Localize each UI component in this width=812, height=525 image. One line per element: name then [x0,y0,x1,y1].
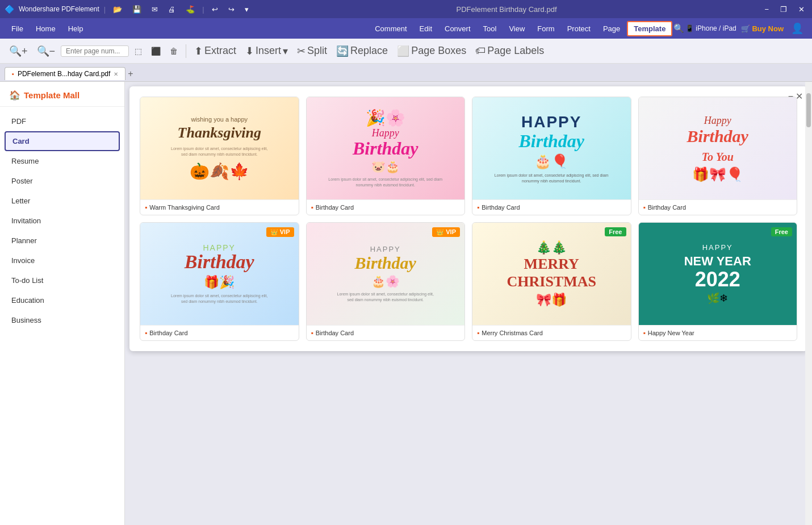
house-icon: 🏠 [9,90,20,101]
menu-page[interactable]: Page [597,22,626,35]
iphone-icon: 📱 [685,24,694,32]
tab-icon: ▪ [12,70,14,77]
free-badge-christmas: Free [605,227,626,236]
window-title: PDFelement Birthday Card.pdf [252,5,762,14]
free-badge-newyear: Free [771,227,792,236]
template-card-newyear[interactable]: Free HAPPY NEW YEAR 2022 🌿❄ ▪ Happy New … [638,222,798,341]
print-btn[interactable]: 🖨 [165,4,178,15]
buy-now-btn[interactable]: 🛒 Buy Now [741,24,784,33]
search-btn[interactable]: 🔍 [673,23,684,34]
pdf-icon-5: ▪ [145,329,147,337]
card-label-birthday-gift: ▪ Birthday Card [639,199,797,215]
sidebar-item-card[interactable]: Card [5,131,120,151]
page-number-input[interactable] [61,45,129,57]
template-card-thanksgiving[interactable]: wishing you a happy Thanksgiving Lorem i… [140,97,299,215]
menu-bar: File Home Help Comment Edit Convert Tool… [0,18,812,39]
pdf-icon: ▪ [145,203,147,211]
menu-tool[interactable]: Tool [478,22,503,35]
tabs-bar: ▪ PDFelement B...hday Card.pdf ✕ + [0,64,812,82]
template-mall-title: Template Mall [24,90,79,100]
replace-btn[interactable]: 🔄 Replace [333,43,391,60]
menu-template[interactable]: Template [627,21,672,36]
main-area: 🏠 Template Mall PDF Card Resume Poster L… [0,82,812,525]
template-card-birthday-gift[interactable]: Happy BirthdayTo You 🎁🎀🎈 ▪ Birthday Card [638,97,798,215]
sidebar-item-letter[interactable]: Letter [0,191,124,211]
sidebar-item-planner[interactable]: Planner [0,231,124,251]
sidebar-item-poster[interactable]: Poster [0,171,124,191]
menu-comment[interactable]: Comment [369,22,412,35]
email-btn[interactable]: ✉ [149,4,161,15]
menu-form[interactable]: Form [531,22,560,35]
restore-btn[interactable]: ❐ [777,4,790,15]
template-card-birthday-vip2[interactable]: 👑 VIP HAPPY Birthday 🎂🌸 Lorem ipsum dolo… [306,222,466,341]
new-tab-btn[interactable]: + [128,69,133,79]
extract-icon: ⬆ [194,45,203,57]
account-btn[interactable]: 👤 [788,21,806,36]
pdf-icon-2: ▪ [311,203,313,211]
bookmark-btn[interactable]: ⛳ [183,4,198,15]
split-btn[interactable]: ✂ Split [294,43,330,60]
extract-btn[interactable]: ⬆ Extract [191,43,240,60]
minimize-btn[interactable]: − [761,4,772,15]
save-btn[interactable]: 💾 [129,4,144,15]
title-bar-right: − ❐ ✕ [761,4,807,15]
iphone-ipad-btn[interactable]: 📱 iPhone / iPad [685,24,736,32]
pdf-icon-3: ▪ [477,203,479,211]
close-btn[interactable]: ✕ [796,4,807,15]
menu-file[interactable]: File [6,22,29,35]
redo-btn[interactable]: ↪ [225,4,237,15]
menu-view[interactable]: View [503,22,530,35]
fit-page-btn[interactable]: ⬚ [131,44,145,58]
template-mall-header: 🏠 Template Mall [0,82,124,107]
menu-home[interactable]: Home [30,22,61,35]
more-btn[interactable]: ▾ [242,4,252,15]
fit-width-btn[interactable]: ⬛ [148,44,164,58]
title-bar-left: 🔷 Wondershare PDFelement | 📂 💾 ✉ 🖨 ⛳ | ↩… [5,4,252,15]
file-manager-btn[interactable]: 📂 [110,4,125,15]
template-card-birthday-pink[interactable]: 🎉🌸 Happy Birthday 🐷🎂 Lorem ipsum dolor s… [306,97,466,215]
sidebar-item-invoice[interactable]: Invoice [0,251,124,270]
card-title-newyear: Happy New Year [648,330,694,336]
sidebar-item-todo[interactable]: To-do List [0,270,124,290]
card-image-birthday-vip1: 👑 VIP HAPPY Birthday 🎁🎉 Lorem ipsum dolo… [140,223,299,325]
page-labels-btn[interactable]: 🏷 Page Labels [472,43,547,59]
page-boxes-btn[interactable]: ⬜ Page Boxes [394,43,470,60]
tab-close-btn[interactable]: ✕ [114,71,118,77]
vip-badge-2: 👑 VIP [432,227,460,237]
card-label-birthday-teal: ▪ Birthday Card [472,199,631,215]
zoom-in-btn[interactable]: 🔍+ [6,43,31,60]
sidebar-item-education[interactable]: Education [0,290,124,310]
tab-label: PDFelement B...hday Card.pdf [18,70,110,78]
scrollbar-thumb[interactable] [806,93,811,127]
menu-convert[interactable]: Convert [439,22,476,35]
card-image-birthday-vip2: 👑 VIP HAPPY Birthday 🎂🌸 Lorem ipsum dolo… [307,223,465,325]
card-title-birthday-vip1: Birthday Card [149,330,187,336]
sidebar-item-pdf[interactable]: PDF [0,111,124,131]
active-tab[interactable]: ▪ PDFelement B...hday Card.pdf ✕ [5,67,125,80]
sidebar-item-resume[interactable]: Resume [0,151,124,171]
card-label-birthday-pink: ▪ Birthday Card [307,199,465,215]
card-title-thanksgiving: Warm Thanksgiving Card [149,204,220,211]
title-bar: 🔷 Wondershare PDFelement | 📂 💾 ✉ 🖨 ⛳ | ↩… [0,0,812,18]
toolbar-separator [186,44,186,58]
zoom-out-btn[interactable]: 🔍− [34,43,59,60]
card-image-thanksgiving: wishing you a happy Thanksgiving Lorem i… [140,97,299,199]
delete-page-btn[interactable]: 🗑 [166,44,181,58]
card-label-birthday-vip2: ▪ Birthday Card [307,325,465,340]
insert-chevron-icon: ▾ [283,45,288,57]
template-card-christmas[interactable]: Free 🎄🎄 MERRYCHRISTMAS 🎀🎁 ▪ Merry Christ… [472,222,631,341]
scrollbar[interactable] [805,82,812,525]
menu-help[interactable]: Help [62,22,89,35]
sidebar-item-invitation[interactable]: Invitation [0,211,124,231]
template-card-birthday-vip1[interactable]: 👑 VIP HAPPY Birthday 🎁🎉 Lorem ipsum dolo… [140,222,299,341]
card-label-thanksgiving: ▪ Warm Thanksgiving Card [140,199,299,215]
menu-edit[interactable]: Edit [414,22,438,35]
undo-btn[interactable]: ↩ [209,4,221,15]
sidebar-item-business[interactable]: Business [0,310,124,330]
card-label-christmas: ▪ Merry Christmas Card [472,325,631,340]
template-card-birthday-teal[interactable]: HAPPY Birthday 🎂🎈 Lorem ipsum dolor sit … [472,97,631,215]
menu-protect[interactable]: Protect [562,22,596,35]
toolbar: 🔍+ 🔍− ⬚ ⬛ 🗑 ⬆ Extract ⬇ Insert ▾ ✂ Split… [0,39,812,64]
insert-btn[interactable]: ⬇ Insert ▾ [242,43,291,60]
page-boxes-icon: ⬜ [397,45,409,57]
